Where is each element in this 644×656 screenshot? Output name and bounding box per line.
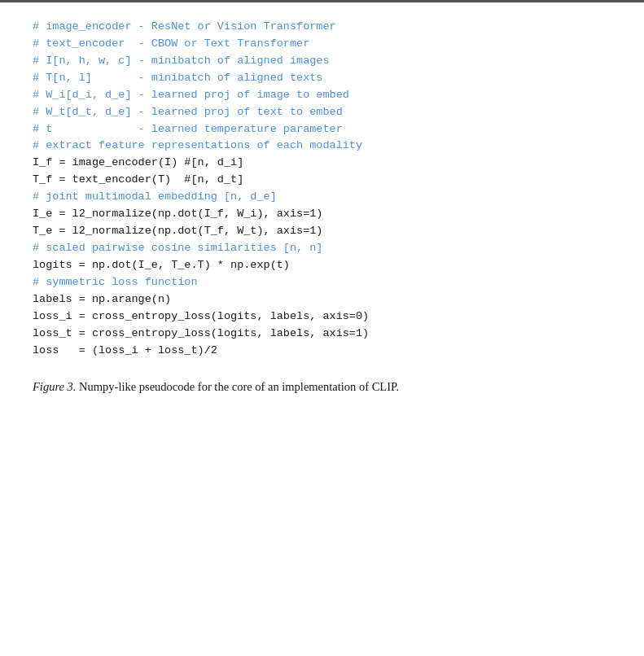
code-line: # W_t[d_t, d_e] - learned proj of text t… (33, 104, 611, 121)
code-line: labels = np.arange(n) (33, 291, 611, 308)
code-line: logits = np.dot(I_e, T_e.T) * np.exp(t) (33, 257, 611, 274)
code-line: T_e = l2_normalize(np.dot(T_f, W_t), axi… (33, 223, 611, 240)
figure-caption: Figure 3. Numpy-like pseudocode for the … (33, 378, 611, 396)
code-line: loss_t = cross_entropy_loss(logits, labe… (33, 326, 611, 343)
code-line: # extract feature representations of eac… (33, 138, 611, 155)
code-block: # image_encoder - ResNet or Vision Trans… (33, 19, 611, 359)
page-container: # image_encoder - ResNet or Vision Trans… (0, 0, 644, 656)
figure-label: Figure 3. (33, 380, 76, 393)
code-line: # scaled pairwise cosine similarities [n… (33, 240, 611, 257)
caption-text: Numpy-like pseudocode for the core of an… (76, 380, 399, 393)
code-line: # t - learned temperature parameter (33, 121, 611, 138)
code-line: # image_encoder - ResNet or Vision Trans… (33, 19, 611, 36)
code-line: # joint multimodal embedding [n, d_e] (33, 189, 611, 206)
code-line: loss = (loss_i + loss_t)/2 (33, 343, 611, 360)
code-line: loss_i = cross_entropy_loss(logits, labe… (33, 308, 611, 326)
code-line: # text_encoder - CBOW or Text Transforme… (33, 36, 611, 53)
code-line: # W_i[d_i, d_e] - learned proj of image … (33, 87, 611, 104)
code-line: # symmetric loss function (33, 274, 611, 291)
code-line: I_f = image_encoder(I) #[n, d_i] (33, 155, 611, 172)
code-line: I_e = l2_normalize(np.dot(I_f, W_i), axi… (33, 206, 611, 223)
code-line: # T[n, l] - minibatch of aligned texts (33, 70, 611, 87)
code-line: # I[n, h, w, c] - minibatch of aligned i… (33, 53, 611, 70)
code-line: T_f = text_encoder(T) #[n, d_t] (33, 172, 611, 189)
